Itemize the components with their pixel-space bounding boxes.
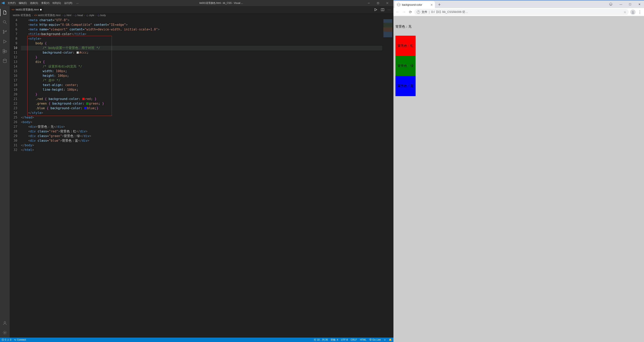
activity-explorer[interactable] (0, 8, 10, 17)
activity-extensions[interactable] (0, 46, 10, 56)
breadcrumb-html[interactable]: html (66, 14, 72, 17)
branch-icon (2, 30, 7, 34)
new-tab-button[interactable]: + (436, 2, 442, 8)
status-error-count: 0 (5, 338, 6, 341)
browser-close-button[interactable]: ✕ (635, 1, 644, 8)
activity-settings[interactable] (0, 328, 10, 337)
menu-edit[interactable]: 编辑(E) (18, 1, 28, 5)
breadcrumb-head[interactable]: head (78, 14, 83, 17)
code-content[interactable]: <meta charset="UTF-8"><meta http-equiv="… (21, 18, 382, 337)
dirty-indicator-icon (40, 9, 42, 11)
run-icon[interactable] (374, 8, 378, 12)
browser-maximize-button[interactable]: ☐ (626, 1, 635, 8)
menu-select[interactable]: 选择(S) (29, 1, 39, 5)
editor[interactable]: 4567891011121314151617181920212223242526… (10, 18, 394, 337)
status-eol[interactable]: CRLF (351, 338, 357, 341)
remote-icon: ⇋ (14, 338, 16, 341)
titlebar: 文件(F) 编辑(E) 选择(S) 查看(V) 转到(G) 运行(R) … kk… (0, 0, 394, 6)
broadcast-icon: ⦿ (369, 338, 372, 341)
browser-tab-active[interactable]: background-color × (395, 1, 435, 8)
status-feedback[interactable]: ☺ (384, 338, 386, 341)
html-file-icon: <> (34, 14, 37, 17)
symbol-icon: ◇ (98, 14, 100, 17)
browser-menu-button[interactable]: ⋮ (637, 10, 642, 14)
activity-scm[interactable] (0, 27, 10, 37)
activity-bar (0, 6, 10, 337)
breadcrumb-body[interactable]: body (100, 14, 106, 17)
window-title: kk001背景颜色.html - kk_CSS - Visual ... (80, 2, 362, 5)
status-golive[interactable]: ⦿ Go Live (369, 338, 381, 341)
more-actions-icon[interactable]: ··· (388, 8, 391, 11)
breadcrumb-style[interactable]: style (89, 14, 94, 17)
bookmark-star-icon[interactable]: ☆ (624, 11, 626, 14)
activity-database[interactable] (0, 56, 10, 66)
bell-icon: 🔔 (389, 338, 392, 341)
editor-tabs: <> kk001背景颜色.html ··· (10, 6, 394, 13)
status-remote[interactable]: ⇋Connect (14, 338, 26, 341)
box-none: 背景色：无 (396, 25, 642, 29)
status-spaces[interactable]: 空格: 4 (331, 338, 338, 341)
site-info-icon[interactable] (417, 11, 420, 14)
line-number-gutter: 4567891011121314151617181920212223242526… (10, 18, 21, 337)
vscode-logo-icon (2, 2, 5, 5)
minimap[interactable] (382, 18, 394, 337)
window-minimize-button[interactable] (364, 0, 373, 6)
status-encoding[interactable]: UTF-8 (341, 338, 348, 341)
menu-view[interactable]: 查看(V) (40, 1, 50, 5)
menu-bar: 文件(F) 编辑(E) 选择(S) 查看(V) 转到(G) 运行(R) … (6, 1, 80, 5)
nav-back-button[interactable]: ← (395, 10, 400, 14)
html-file-icon: <> (12, 8, 14, 11)
search-icon (2, 20, 7, 25)
svg-line-5 (6, 23, 7, 24)
browser-minimize-button[interactable]: — (616, 1, 626, 8)
status-language[interactable]: HTML (360, 338, 366, 341)
menu-goto[interactable]: 转到(G) (51, 1, 62, 5)
status-golive-label: Go Live (372, 338, 381, 341)
menu-overflow[interactable]: … (75, 1, 80, 5)
tab-close-button[interactable]: × (431, 3, 432, 7)
split-editor-icon[interactable] (381, 8, 384, 12)
menu-file[interactable]: 文件(F) (6, 1, 17, 5)
breadcrumb-file[interactable]: kk001背景颜色.html (38, 14, 60, 17)
play-bug-icon (2, 39, 7, 44)
addr-separator: | (429, 11, 430, 14)
svg-point-6 (3, 30, 4, 31)
nav-forward-button[interactable]: → (402, 10, 406, 14)
box-blue: 背景色：蓝 (396, 76, 416, 96)
svg-point-8 (6, 31, 7, 32)
activity-debug[interactable] (0, 37, 10, 46)
status-ln-col[interactable]: 行 10，列 35 (314, 338, 328, 341)
nav-reload-button[interactable]: ⟳ (408, 10, 413, 14)
box-green: 背景色：绿 (396, 56, 416, 76)
files-icon (2, 10, 7, 15)
editor-area: <> kk001背景颜色.html ··· kk006-背景颜色› <> kk0… (10, 6, 394, 337)
user-icon (2, 321, 7, 325)
activity-search[interactable] (0, 17, 10, 27)
window-close-button[interactable] (382, 0, 392, 6)
svg-point-17 (632, 11, 633, 12)
status-problems[interactable]: ⓧ0 ⚠0 (2, 338, 11, 341)
symbol-icon: ◇ (86, 14, 88, 17)
editor-tab-active[interactable]: <> kk001背景颜色.html (10, 6, 44, 13)
minimap-thumb (384, 19, 392, 37)
vscode-window: 文件(F) 编辑(E) 选择(S) 查看(V) 转到(G) 运行(R) … kk… (0, 0, 394, 342)
svg-point-14 (4, 332, 6, 333)
tab-filename: kk001背景颜色.html (16, 8, 39, 12)
svg-point-12 (3, 59, 6, 60)
breadcrumb[interactable]: kk006-背景颜色› <> kk001背景颜色.html› ◇ html› ◇… (10, 13, 394, 18)
symbol-icon: ◇ (75, 14, 77, 17)
profile-avatar-icon[interactable] (630, 10, 636, 15)
window-maximize-button[interactable] (373, 0, 382, 6)
browser-window: background-color × + — ☐ ✕ ← → ⟳ 文件 | D:… (394, 0, 644, 342)
menu-run[interactable]: 运行(R) (63, 1, 74, 5)
address-bar[interactable]: 文件 | D:/【0】/kk_CSS/kk006-背… ☆ (414, 9, 629, 15)
browser-tabstrip: background-color × + — ☐ ✕ (394, 1, 644, 8)
tab-search-icon[interactable] (610, 3, 612, 6)
activity-account[interactable] (0, 318, 10, 328)
symbol-icon: ◇ (64, 14, 66, 17)
status-notifications[interactable]: 🔔 (389, 338, 392, 341)
addr-path: D:/【0】/kk_CSS/kk006-背… (431, 10, 468, 14)
globe-icon (397, 3, 400, 6)
rendered-page: 背景色：无 背景色：红 背景色：绿 背景色：蓝 (394, 16, 644, 342)
breadcrumb-folder[interactable]: kk006-背景颜色 (13, 14, 31, 17)
